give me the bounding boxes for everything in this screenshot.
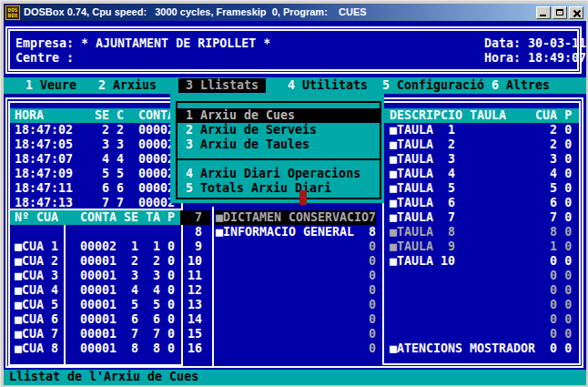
status-bar: Llistat de l'Arxiu de Cues (4, 370, 586, 385)
hora-value: 18:49:07 (528, 51, 586, 65)
queue-row: 0 (215, 298, 376, 312)
menu-item-label: Arxiu Diari Operacions (193, 167, 360, 180)
dropdown-item-3[interactable]: 3 Arxiu de Taules (177, 137, 380, 152)
hora-table-row: 18:47:02 2 2 00002 (15, 123, 175, 137)
data-line: Data: 30-03-11 (484, 36, 586, 51)
close-button[interactable] (569, 6, 583, 19)
minimize-icon (540, 15, 546, 16)
queue-row: 0 (215, 254, 376, 269)
menu-item-number: 1 (25, 78, 33, 92)
menu-item-label: Altres (499, 78, 550, 92)
taula-table-row: ■ATENCIONS MOSTRADOR 0 0 (390, 341, 572, 356)
hora-table-row: 18:47:07 4 4 00002 (15, 152, 175, 167)
taula-table-row: ■TAULA 1 2 0 (390, 123, 572, 137)
queue-row-number: 7 (180, 210, 210, 225)
centre-line: Centre : (15, 51, 74, 66)
menu-item-number: 2 (98, 78, 106, 92)
dropdown-item-4[interactable]: 4 Arxiu Diari Operacions (177, 167, 380, 181)
menu-item-llistats[interactable]: 3 Llistats (178, 78, 266, 93)
close-icon (576, 9, 577, 17)
queue-row-number: 8 (180, 225, 210, 239)
centre-label: Centre : (15, 51, 74, 65)
text-cursor (299, 190, 307, 205)
menu-item-label: Arxius (106, 78, 157, 92)
dosbox-icon: DOS BOX (5, 5, 20, 20)
minimize-button[interactable] (536, 6, 551, 19)
queue-row: 0 (215, 269, 376, 283)
queue-row: 0 (215, 341, 376, 356)
taula-table-row: 0 0 (390, 327, 572, 341)
window-title: DOSBox 0.74, Cpu speed: 3000 cycles, Fra… (24, 4, 536, 21)
cua-table-row: ■CUA 5 00001 5 5 0 (15, 298, 175, 312)
taula-table-row: ■TAULA 10 0 0 (390, 254, 572, 269)
cua-panel-left-border (8, 210, 10, 366)
hora-table-row: 18:47:11 6 6 00002 (15, 181, 175, 196)
hora-line: Hora: 18:49:07 (484, 51, 586, 66)
cua-table-row: ■CUA 1 00002 1 1 0 (15, 239, 175, 254)
queue-row-number: 14 (180, 312, 210, 327)
menu-item-utilitats[interactable]: 4 Utilitats (280, 78, 375, 93)
menu-bar: 1 Veure2 Arxius3 Llistats4 Utilitats5 Co… (4, 77, 586, 94)
dropdown-item-5[interactable]: 5 Totals Arxiu Diari (177, 181, 380, 196)
taula-table-row: ■TAULA 8 8 0 (390, 225, 572, 239)
hora-table-row: 18:47:09 5 5 00002 (15, 167, 175, 181)
empresa-line: Empresa: * AJUNTAMENT DE RIPOLLET * (15, 36, 270, 51)
queue-row-number: 11 (180, 269, 210, 283)
dropdown-item-2[interactable]: 2 Arxiu de Serveis (177, 123, 380, 137)
menu-item-label: Llistats (193, 78, 259, 92)
menu-item-veure[interactable]: 1 Veure (18, 78, 84, 93)
menu-item-altres[interactable]: 6 Altres (484, 78, 557, 93)
cua-table-header: Nº CUA CONTA SE TA P (15, 210, 175, 225)
menu-item-arxius[interactable]: 2 Arxius (91, 78, 164, 93)
menu-item-label: Arxiu de Serveis (193, 123, 317, 137)
menu-item-number: 4 (288, 78, 295, 92)
taula-table-row: ■TAULA 5 5 0 (390, 181, 572, 196)
queue-row: 0 (215, 327, 376, 341)
hora-table-header: HORA SE C CONTA (15, 108, 175, 123)
titlebar[interactable]: DOS BOX DOSBox 0.74, Cpu speed: 3000 cyc… (4, 4, 586, 21)
taula-table-header: DESCRIPCIO TAULA CUA P (390, 108, 572, 123)
queue-row: ■INFORMACIO GENERAL 8 (215, 225, 376, 239)
taula-table-row: ■TAULA 3 3 0 (390, 152, 572, 167)
queue-row: 0 (215, 283, 376, 298)
menu-item-number: 3 (186, 137, 193, 151)
taula-table-row: ■TAULA 6 6 0 (390, 196, 572, 210)
queue-row: 0 (215, 239, 376, 254)
menu-item-number: 2 (186, 123, 193, 137)
hora-table-row: 18:47:05 3 3 00002 (15, 137, 175, 152)
cua-table-row: ■CUA 6 00001 6 6 0 (15, 312, 175, 327)
cua-table-row: ■CUA 7 00001 7 7 0 (15, 327, 175, 341)
data-value: 30-03-11 (528, 36, 586, 50)
taula-table-row: ■TAULA 4 4 0 (390, 167, 572, 181)
cua-table-row: ■CUA 8 00001 8 8 0 (15, 341, 175, 356)
dosbox-icon-text: BOX (6, 13, 19, 18)
queue-row-number: 10 (180, 254, 210, 269)
queue-row-number: 13 (180, 298, 210, 312)
dos-screen: Empresa: * AJUNTAMENT DE RIPOLLET * Cent… (4, 21, 586, 385)
menu-item-label: Totals Arxiu Diari (193, 181, 331, 195)
cua-table-row: ■CUA 2 00001 2 2 0 (15, 254, 175, 269)
queue-row-number: 12 (180, 283, 210, 298)
queue-row-number: 9 (180, 239, 210, 254)
menu-item-configuració[interactable]: 5 Configuració (375, 78, 492, 93)
maximize-icon (556, 9, 563, 15)
titlebar-buttons (536, 6, 583, 19)
cua-table-row: ■CUA 4 00001 4 4 0 (15, 283, 175, 298)
taula-table-row: ■TAULA 2 2 0 (390, 137, 572, 152)
empresa-value: * AJUNTAMENT DE RIPOLLET * (81, 36, 270, 50)
queue-row: 0 (215, 312, 376, 327)
taula-table-row: 0 0 (390, 269, 572, 283)
queue-panel-divider (212, 207, 214, 366)
taula-table-row: ■TAULA 7 7 0 (390, 210, 572, 225)
menu-item-number: 5 (186, 181, 193, 195)
dropdown-separator (176, 158, 381, 160)
llistats-dropdown: 1 Arxiu de Cues2 Arxiu de Serveis3 Arxiu… (170, 94, 384, 203)
cua-table-row: ■CUA 3 00001 3 3 0 (15, 269, 175, 283)
taula-table-row: 0 0 (390, 312, 572, 327)
menu-item-number: 1 (186, 108, 193, 122)
dropdown-item-1[interactable]: 1 Arxiu de Cues (177, 108, 380, 123)
menu-item-label: Arxiu de Taules (193, 137, 309, 151)
maximize-button[interactable] (553, 6, 567, 19)
queue-row: ■DICTAMEN CONSERVACIO7 (215, 210, 376, 225)
menu-item-number: 6 (492, 78, 499, 92)
